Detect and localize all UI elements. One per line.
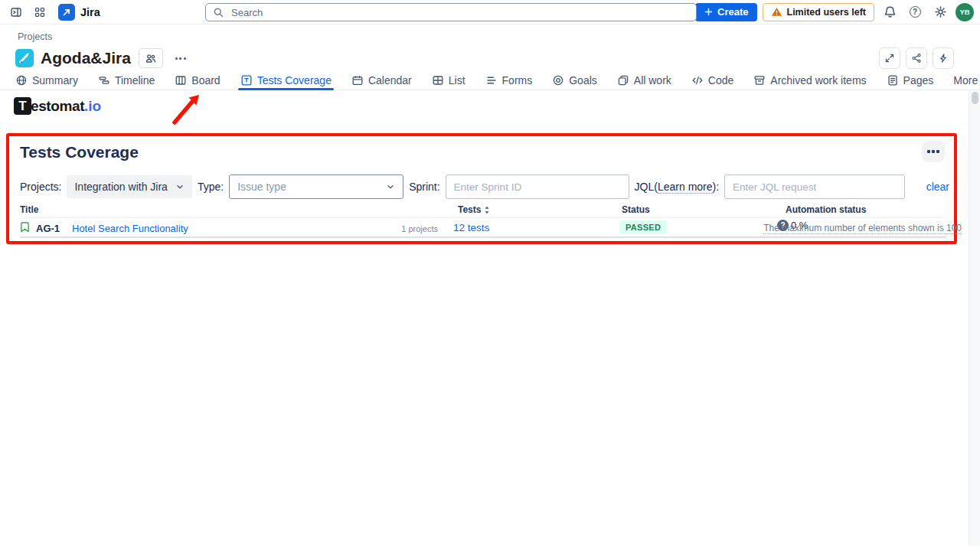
global-search[interactable] — [205, 3, 697, 21]
issue-type-select[interactable]: Issue type — [229, 174, 403, 199]
sidebar-toggle-button[interactable] — [6, 2, 26, 22]
sprint-filter-label: Sprint: — [409, 181, 439, 193]
tab-archived-work-items[interactable]: Archived work items — [753, 70, 866, 90]
tab-label: Goals — [569, 74, 597, 86]
help-glyph: ? — [913, 8, 917, 16]
tab-label: Summary — [32, 74, 78, 86]
tab-label: Forms — [502, 74, 533, 86]
testomat-logo-text: estomat — [31, 98, 84, 115]
search-input[interactable] — [230, 6, 689, 19]
jira-logo[interactable]: Jira — [58, 4, 100, 21]
calendar-icon — [351, 74, 364, 86]
status-badge: PASSED — [619, 220, 667, 234]
notifications-button[interactable] — [880, 2, 900, 22]
topbar-right-group: Create Limited users left ? YB — [695, 2, 974, 22]
tab-more[interactable]: More 2 — [953, 70, 980, 90]
tab-label: Board — [191, 74, 220, 86]
breadcrumb[interactable]: Projects — [18, 31, 965, 42]
jql-label-suffix: ): — [713, 181, 720, 193]
pages-document-icon — [887, 74, 899, 86]
board-icon — [175, 74, 187, 86]
scrollbar-thumb[interactable] — [972, 92, 978, 104]
tab-label: Pages — [903, 74, 934, 86]
column-header-tests-label: Tests — [458, 204, 481, 215]
help-button[interactable]: ? — [905, 2, 925, 22]
tab-label: More — [953, 74, 978, 86]
tab-pages[interactable]: Pages — [887, 70, 934, 90]
limited-users-button[interactable]: Limited users left — [763, 3, 875, 21]
automation-status-cell: The maximum number of elements shown is … — [777, 220, 962, 235]
jira-logo-icon — [58, 4, 75, 21]
automation-button[interactable] — [933, 47, 954, 69]
user-avatar[interactable]: YB — [956, 3, 974, 21]
column-header-tests[interactable]: Tests — [458, 204, 490, 215]
more-icon — [184, 57, 186, 60]
type-filter-label: Type: — [198, 181, 224, 193]
people-icon — [145, 52, 157, 64]
issue-key[interactable]: AG-1 — [36, 223, 60, 234]
archive-box-icon — [753, 74, 766, 86]
column-header-title: Title — [20, 204, 38, 215]
project-more-button[interactable] — [171, 48, 191, 68]
tab-code[interactable]: Code — [691, 70, 733, 90]
project-avatar-icon — [15, 49, 34, 67]
fullscreen-button[interactable] — [879, 47, 900, 69]
gear-icon — [934, 5, 947, 18]
project-tab-bar: Summary Timeline Board Tests Coverage Ca… — [0, 70, 980, 90]
projects-filter-dropdown[interactable]: Integration with Jira — [67, 175, 191, 198]
sort-icon — [484, 206, 490, 214]
more-icon — [179, 57, 181, 60]
clear-filters-link[interactable]: clear — [926, 181, 949, 193]
project-access-button[interactable] — [139, 48, 163, 68]
issue-title-link[interactable]: Hotel Search Functionality — [72, 223, 188, 234]
story-bookmark-icon — [20, 221, 30, 233]
tab-all-work[interactable]: All work — [617, 70, 671, 90]
tab-summary[interactable]: Summary — [15, 70, 78, 90]
table-row: AG-1 Hotel Search Functionality 1 projec… — [9, 219, 954, 237]
panel-title: Tests Coverage — [20, 143, 139, 161]
settings-button[interactable] — [930, 2, 950, 22]
max-elements-note[interactable]: The maximum number of elements shown is … — [763, 223, 962, 234]
app-switcher-button[interactable] — [30, 2, 50, 22]
plus-icon — [704, 7, 714, 17]
sprint-id-input[interactable] — [446, 174, 629, 199]
jql-label-prefix: JQL( — [635, 181, 658, 193]
tab-calendar[interactable]: Calendar — [351, 70, 412, 90]
goals-target-icon — [552, 74, 564, 86]
sidebar-toggle-icon — [10, 6, 22, 18]
forms-icon — [485, 74, 498, 86]
testomat-logo: T estomat .io — [14, 97, 101, 115]
filter-bar: Projects: Integration with Jira Type: Is… — [20, 174, 949, 199]
tab-goals[interactable]: Goals — [552, 70, 597, 90]
tests-coverage-icon — [240, 74, 253, 86]
table-row-divider — [20, 236, 946, 238]
tab-board[interactable]: Board — [175, 70, 220, 90]
tab-label: Archived work items — [770, 74, 866, 86]
project-title: Agoda&Jira — [41, 49, 131, 67]
jql-request-input[interactable] — [724, 174, 905, 199]
table-header-divider — [20, 217, 945, 218]
share-button[interactable] — [906, 47, 927, 69]
vertical-scrollbar[interactable] — [969, 90, 980, 546]
tab-label: All work — [634, 74, 671, 86]
help-icon: ? — [910, 6, 921, 18]
more-icon — [932, 150, 935, 153]
tab-timeline[interactable]: Timeline — [98, 70, 155, 90]
tab-tests-coverage[interactable]: Tests Coverage — [240, 70, 332, 90]
project-actions — [879, 47, 954, 69]
tab-list[interactable]: List — [432, 70, 466, 90]
app-name: Jira — [80, 6, 100, 18]
list-icon — [432, 74, 444, 86]
red-annotation-box: Tests Coverage Projects: Integration wit… — [6, 133, 957, 244]
topbar-left-group: Jira — [6, 2, 100, 22]
testomat-logo-suffix: .io — [84, 98, 101, 115]
create-button-label: Create — [717, 6, 748, 18]
projects-filter-label: Projects: — [20, 181, 61, 193]
tab-forms[interactable]: Forms — [485, 70, 533, 90]
create-button[interactable]: Create — [695, 3, 756, 21]
panel-more-button[interactable] — [922, 141, 945, 162]
jql-learn-more-link[interactable]: Learn more — [658, 181, 713, 194]
all-work-icon — [617, 74, 629, 86]
tests-count-link[interactable]: 12 tests — [453, 222, 489, 233]
warning-triangle-icon — [771, 6, 782, 18]
